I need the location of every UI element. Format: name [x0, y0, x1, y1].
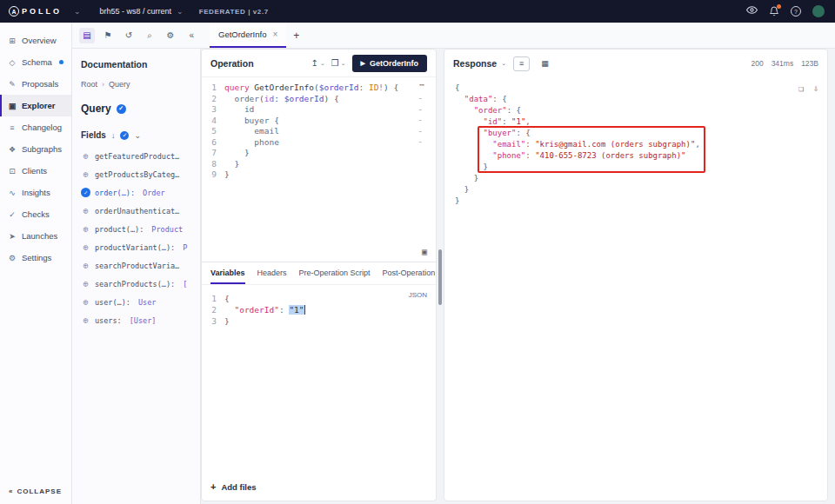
plus-circle-icon: ⊕	[83, 206, 88, 216]
sidebar-item[interactable]: ◇ Schema	[0, 51, 71, 73]
response-duration: 341ms	[772, 59, 794, 68]
field-row[interactable]: ⊕ ✓ getFeaturedProduct…	[81, 147, 191, 165]
editor-mode-label[interactable]: JSON	[409, 291, 427, 299]
sidebar-item[interactable]: ⊞ Overview	[0, 30, 71, 51]
field-row[interactable]: ⊕ ✓ user(…): User	[81, 293, 191, 311]
save-operation-button[interactable]: ❒ ⌄	[331, 58, 346, 68]
field-add-icon[interactable]: ⊕ ✓	[81, 188, 90, 197]
sidebar-item[interactable]: ⊡ Clients	[0, 160, 71, 182]
variables-code[interactable]: 1{2 "orderId": "1"3}	[202, 293, 436, 327]
top-bar: A POLLO ⌄ brh55 - ws8 / current ⌄ FEDERA…	[0, 0, 835, 23]
field-name: product(…):	[95, 225, 144, 234]
sidebar-item[interactable]: ✎ Proposals	[0, 73, 71, 95]
sidebar-item[interactable]: ∿ Insights	[0, 182, 71, 203]
plus-circle-icon: ⊕	[83, 297, 88, 307]
field-row[interactable]: ⊕ ✓ searchProductVaria…	[81, 256, 191, 275]
breadcrumb-query[interactable]: Query	[109, 80, 130, 89]
close-icon[interactable]: ×	[272, 30, 277, 39]
fold-dash-icon: -	[418, 93, 423, 104]
variables-tab-label: Headers	[257, 269, 287, 277]
workspace-switcher[interactable]: brh55 - ws8 / current ⌄	[100, 7, 184, 16]
chevron-down-icon[interactable]: ⌄	[134, 131, 141, 140]
share-operation-button[interactable]: ↥ ⌄	[311, 58, 324, 68]
notifications-bell-icon[interactable]	[769, 6, 779, 17]
sidebar-item[interactable]: ▣ Explorer	[0, 95, 71, 116]
collapse-panel-icon[interactable]: «	[189, 30, 194, 40]
field-row[interactable]: ⊕ ✓ getProductsByCateg…	[81, 165, 191, 183]
fold-markers[interactable]: - - - - -	[418, 93, 423, 148]
sidebar-item-icon: ✎	[8, 80, 17, 89]
field-add-icon[interactable]: ⊕ ✓	[81, 151, 90, 161]
chevron-down-icon[interactable]: ⌄	[74, 7, 81, 16]
fields-label: Fields	[81, 130, 106, 140]
plus-circle-icon: ⊕	[83, 151, 88, 161]
bookmark-icon[interactable]: ⚑	[100, 28, 116, 43]
sidebar-item[interactable]: ≡ Changelog	[0, 116, 71, 138]
field-add-icon[interactable]: ⊕ ✓	[81, 279, 90, 288]
sidebar-item-icon: ∿	[8, 189, 17, 197]
user-avatar[interactable]	[812, 5, 825, 17]
play-icon: ▶	[361, 60, 365, 67]
variables-tab[interactable]: Variables	[210, 262, 245, 284]
download-icon[interactable]: ⇩	[813, 83, 818, 94]
camera-icon[interactable]: ▣	[422, 247, 427, 258]
variables-tab-label: Pre-Operation Script	[299, 269, 371, 277]
field-row[interactable]: ⊕ ✓ product(…): Product	[81, 220, 191, 238]
query-editor[interactable]: 1query GetOrderInfo($orderId: ID!) {2 or…	[202, 77, 436, 262]
tab-getorderinfo[interactable]: GetOrderInfo ×	[210, 23, 286, 48]
response-title-dropdown[interactable]: Response ⌄	[453, 58, 506, 69]
field-row[interactable]: ⊕ ✓ orderUnauthenticat…	[81, 202, 191, 220]
add-files-button[interactable]: + Add files	[202, 473, 436, 501]
variables-tab[interactable]: Pre-Operation Script	[299, 262, 371, 284]
variables-tab[interactable]: Post-Operation Script	[383, 262, 436, 284]
history-icon[interactable]: ↺	[121, 28, 137, 43]
copy-icon[interactable]: ❏	[798, 83, 804, 94]
overflow-menu-icon[interactable]: ⋯	[419, 80, 425, 91]
search-icon[interactable]: ⌕	[142, 28, 157, 43]
panel-resize-handle[interactable]	[438, 249, 442, 305]
field-add-icon[interactable]: ⊕ ✓	[81, 169, 90, 179]
apollo-logo[interactable]: A POLLO	[9, 6, 62, 17]
field-row[interactable]: ⊕ ✓ searchProducts(…): [	[81, 275, 191, 293]
sidebar-item[interactable]: ⚙ Settings	[0, 247, 71, 269]
field-add-icon[interactable]: ⊕ ✓	[81, 224, 90, 234]
sidebar-item-label: Changelog	[22, 123, 62, 132]
sidebar-item-label: Insights	[22, 188, 50, 197]
breadcrumb-root[interactable]: Root	[81, 80, 97, 89]
sort-icon[interactable]: ↓	[111, 131, 116, 140]
help-icon[interactable]: ?	[791, 6, 801, 17]
eye-icon[interactable]	[746, 3, 758, 19]
format-json-icon[interactable]: ≡	[513, 56, 530, 71]
sidebar-collapse-button[interactable]: « COLLAPSE	[9, 487, 62, 495]
add-files-label: Add files	[221, 482, 256, 492]
documentation-icon[interactable]: ▤	[79, 28, 95, 43]
field-add-icon[interactable]: ⊕ ✓	[81, 297, 90, 307]
field-add-icon[interactable]: ⊕ ✓	[81, 261, 90, 270]
field-add-icon[interactable]: ⊕ ✓	[81, 242, 90, 252]
sidebar-item-icon: ≡	[8, 123, 17, 132]
operation-header: Operation ↥ ⌄ ❒ ⌄ ▶ GetOrderInfo	[202, 50, 436, 77]
run-operation-button[interactable]: ▶ GetOrderInfo	[352, 55, 427, 72]
field-row[interactable]: ⊕ ✓ order(…): Order	[81, 183, 191, 202]
query-type-title: Query	[81, 103, 111, 115]
table-view-icon[interactable]: ▦	[537, 56, 553, 71]
save-icon: ❒	[331, 58, 339, 68]
field-type: [User]	[130, 316, 157, 325]
share-icon: ↥	[311, 58, 317, 68]
settings-gear-icon[interactable]: ⚙	[163, 28, 178, 43]
sidebar-item[interactable]: ➤ Launches	[0, 225, 71, 247]
field-row[interactable]: ⊕ ✓ users: [User]	[81, 311, 191, 329]
apollo-logo-mark: A	[9, 6, 19, 17]
field-add-icon[interactable]: ⊕ ✓	[81, 206, 90, 216]
field-type: Order	[143, 189, 165, 197]
new-tab-button[interactable]: +	[293, 30, 299, 42]
sidebar-item[interactable]: ✓ Checks	[0, 203, 71, 225]
check-icon: ✓	[81, 188, 90, 197]
filter-checked-icon[interactable]: ✓	[120, 131, 129, 140]
query-code[interactable]: 1query GetOrderInfo($orderId: ID!) {2 or…	[202, 83, 436, 181]
variables-editor[interactable]: 1{2 "orderId": "1"3}	[202, 285, 436, 327]
variables-tab[interactable]: Headers	[257, 262, 287, 284]
field-row[interactable]: ⊕ ✓ productVariant(…): P	[81, 238, 191, 256]
field-add-icon[interactable]: ⊕ ✓	[81, 315, 90, 325]
sidebar-item[interactable]: ❖ Subgraphs	[0, 138, 71, 160]
